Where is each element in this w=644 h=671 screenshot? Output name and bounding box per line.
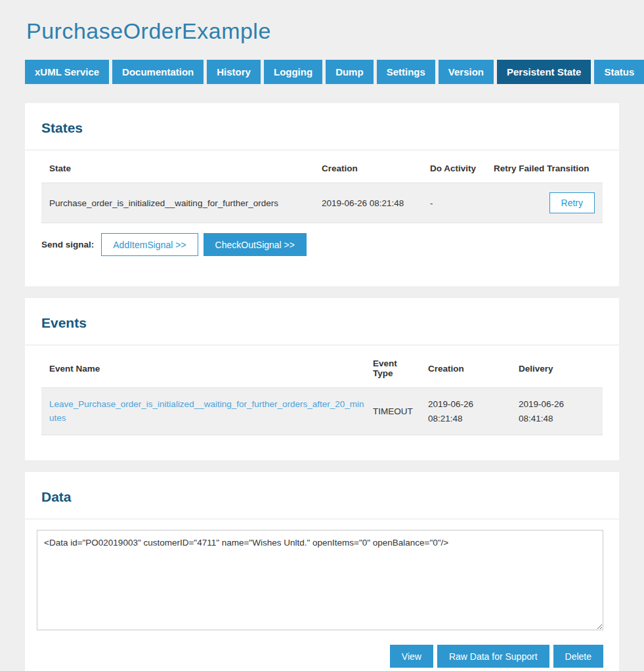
event-creation: 2019-06-26 08:21:48: [428, 388, 519, 435]
page-title: PurchaseOrderExample: [26, 18, 619, 44]
state-do-activity: -: [430, 183, 494, 223]
states-col-do-activity: Do Activity: [430, 150, 494, 183]
send-signal-label: Send signal:: [41, 240, 94, 249]
tab-settings[interactable]: Settings: [377, 60, 435, 84]
event-type: TIMEOUT: [373, 388, 428, 435]
events-col-name: Event Name: [41, 345, 373, 388]
states-table-header-row: State Creation Do Activity Retry Failed …: [41, 150, 603, 183]
view-button[interactable]: View: [390, 645, 433, 668]
tab-documentation[interactable]: Documentation: [112, 60, 204, 84]
states-table: State Creation Do Activity Retry Failed …: [41, 150, 603, 223]
add-item-signal-button[interactable]: AddItemSignal >>: [101, 233, 198, 256]
state-row: Purchase_order_is_initialized__waiting_f…: [41, 183, 603, 223]
data-heading: Data: [41, 489, 603, 505]
state-creation: 2019-06-26 08:21:48: [322, 183, 430, 223]
event-name-link[interactable]: Leave_Purchase_order_is_initialized__wai…: [49, 398, 366, 425]
tab-version[interactable]: Version: [439, 60, 494, 84]
event-delivery: 2019-06-26 08:41:48: [519, 388, 603, 435]
retry-cell: Retry: [494, 183, 603, 223]
data-header: Data: [25, 472, 619, 519]
events-col-creation: Creation: [428, 345, 519, 388]
data-actions-row: View Raw Data for Support Delete: [37, 645, 603, 668]
tab-logging[interactable]: Logging: [264, 60, 322, 84]
data-content-textarea[interactable]: <Data id="PO02019003" customerID="4711" …: [37, 530, 603, 630]
tab-bar: xUML Service Documentation History Loggi…: [25, 60, 619, 84]
events-table: Event Name Event Type Creation Delivery …: [41, 345, 603, 435]
event-name-cell: Leave_Purchase_order_is_initialized__wai…: [41, 388, 373, 435]
states-col-creation: Creation: [322, 150, 430, 183]
tab-xuml-service[interactable]: xUML Service: [25, 60, 109, 84]
tab-status[interactable]: Status: [594, 60, 644, 84]
tab-history[interactable]: History: [207, 60, 261, 84]
states-col-retry: Retry Failed Transition: [494, 150, 603, 183]
events-heading: Events: [41, 315, 603, 331]
retry-button[interactable]: Retry: [549, 192, 595, 213]
tab-persistent-state[interactable]: Persistent State: [497, 60, 591, 84]
events-col-type: Event Type: [373, 345, 428, 388]
raw-data-for-support-button[interactable]: Raw Data for Support: [437, 645, 549, 668]
states-heading: States: [41, 120, 603, 136]
send-signal-row: Send signal: AddItemSignal >> CheckOutSi…: [41, 233, 603, 286]
delete-button[interactable]: Delete: [553, 645, 603, 668]
states-header: States: [25, 103, 619, 150]
check-out-signal-button[interactable]: CheckOutSignal >>: [204, 233, 307, 256]
states-section: States State Creation Do Activity Retry …: [25, 103, 619, 286]
data-section: Data <Data id="PO02019003" customerID="4…: [25, 472, 619, 671]
events-table-header-row: Event Name Event Type Creation Delivery: [41, 345, 603, 388]
page-container: PurchaseOrderExample xUML Service Docume…: [0, 0, 644, 671]
tab-dump[interactable]: Dump: [326, 60, 374, 84]
event-row: Leave_Purchase_order_is_initialized__wai…: [41, 388, 603, 435]
state-name: Purchase_order_is_initialized__waiting_f…: [41, 183, 322, 223]
events-header: Events: [25, 298, 619, 345]
states-col-state: State: [41, 150, 322, 183]
events-section: Events Event Name Event Type Creation De…: [25, 298, 619, 460]
events-col-delivery: Delivery: [519, 345, 603, 388]
